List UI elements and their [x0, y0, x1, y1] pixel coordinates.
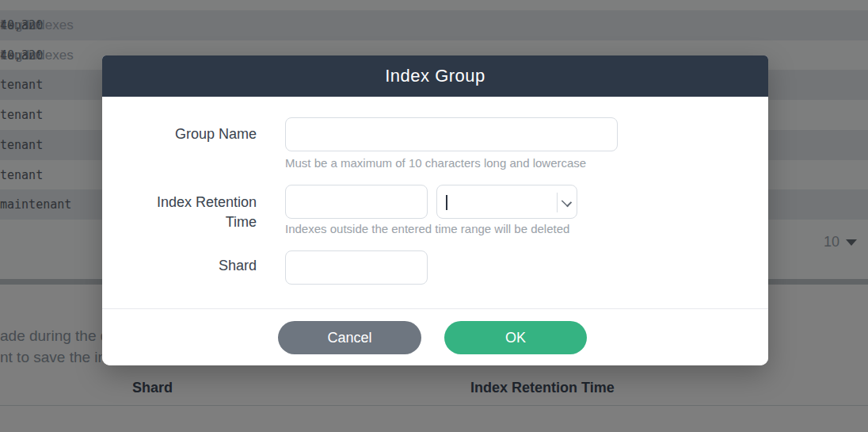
select-divider: [557, 193, 558, 212]
group-name-label: Group Name: [138, 124, 257, 144]
group-name-input[interactable]: [285, 117, 618, 151]
index-group-modal: Index Group Group Name Must be a maximum…: [102, 55, 768, 365]
shard-label: Shard: [138, 256, 257, 276]
retention-time-label: Index Retention Time: [138, 193, 257, 232]
screen: tenant Log Indexes 40,320 tenant Log Ind…: [0, 0, 868, 432]
modal-header: Index Group: [102, 55, 768, 97]
shard-input[interactable]: [285, 250, 428, 285]
retention-time-input[interactable]: [285, 185, 428, 219]
cancel-button[interactable]: Cancel: [278, 321, 421, 354]
ok-button[interactable]: OK: [444, 321, 587, 354]
modal-title: Index Group: [385, 66, 485, 86]
retention-helper-text: Indexes outside the entered time range w…: [285, 222, 569, 235]
modal-footer: Cancel OK: [102, 308, 768, 365]
text-cursor: [446, 195, 447, 210]
retention-unit-select[interactable]: [436, 185, 577, 219]
chevron-down-icon: [562, 197, 571, 206]
group-name-helper-text: Must be a maximum of 10 characters long …: [285, 156, 586, 170]
